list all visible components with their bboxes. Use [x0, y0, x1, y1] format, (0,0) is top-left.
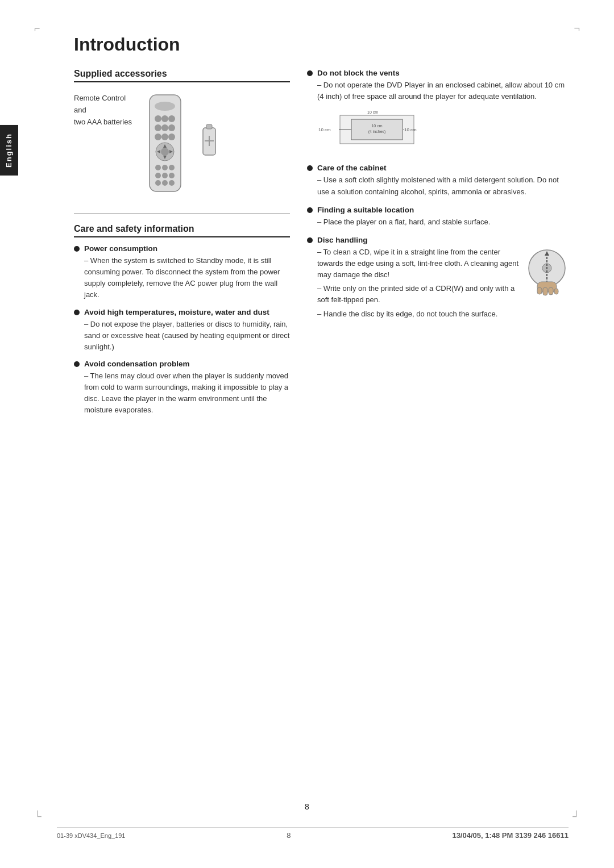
- svg-point-4: [168, 115, 175, 122]
- svg-point-3: [161, 115, 168, 122]
- battery-svg: [201, 123, 217, 157]
- svg-point-6: [161, 124, 168, 131]
- page-title: Introduction: [74, 34, 569, 55]
- no-block-vents-body: – Do not operate the DVD Player in an en…: [317, 80, 569, 156]
- svg-text:(4 inches): (4 inches): [368, 130, 386, 134]
- svg-point-12: [161, 148, 169, 156]
- svg-point-21: [162, 173, 168, 178]
- svg-rect-45: [543, 287, 547, 295]
- svg-point-18: [162, 165, 168, 170]
- supplied-accessories-heading: Supplied accessories: [74, 69, 290, 82]
- disc-handling-title: Disc handling: [307, 236, 569, 244]
- avoid-heat-title: Avoid high temperatures, moisture, water…: [74, 308, 290, 316]
- main-content: Supplied accessories Remote Controlandtw…: [74, 69, 569, 423]
- avoid-heat-body: – Do not expose the player, batteries or…: [84, 319, 290, 353]
- svg-point-2: [155, 115, 161, 122]
- left-column: Supplied accessories Remote Controlandtw…: [74, 69, 290, 423]
- svg-point-5: [155, 124, 161, 131]
- avoid-condensation-body: – The lens may cloud over when the playe…: [84, 370, 290, 416]
- svg-point-1: [155, 102, 175, 111]
- bullet-dot: [307, 70, 313, 76]
- disc-handling-section: Disc handling: [307, 236, 569, 320]
- corner-mark-br: ┘: [572, 811, 580, 823]
- supplied-accessories-section: Supplied accessories Remote Controlandtw…: [74, 69, 290, 203]
- bullet-dot: [74, 310, 80, 315]
- power-consumption-section: Power consumption – When the system is s…: [74, 244, 290, 301]
- remote-label: Remote Controlandtwo AAA batteries: [74, 93, 132, 128]
- avoid-heat-section: Avoid high temperatures, moisture, water…: [74, 308, 290, 353]
- remote-control-area: Remote Controlandtwo AAA batteries: [74, 89, 290, 203]
- bullet-dot: [74, 246, 80, 252]
- no-block-vents-title: Do not block the vents: [307, 69, 569, 77]
- bullet-dot: [307, 237, 313, 243]
- footer-center: 8: [287, 831, 291, 840]
- care-safety-section: Care and safety information Power consum…: [74, 224, 290, 416]
- svg-point-25: [169, 180, 175, 186]
- separator-1: [74, 213, 290, 214]
- disc-wipe-svg: [526, 247, 569, 298]
- svg-rect-44: [537, 287, 542, 294]
- page-footer: 01-39 xDV434_Eng_191 8 13/04/05, 1:48 PM…: [57, 827, 569, 840]
- suitable-location-section: Finding a suitable location – Place the …: [307, 206, 569, 228]
- bullet-dot: [307, 165, 313, 171]
- right-column: Do not block the vents – Do not operate …: [307, 69, 569, 423]
- page-container: ⌐ ¬ └ ┘ English Introduction Supplied ac…: [0, 0, 614, 868]
- product-code: 3139 246 16611: [515, 831, 569, 840]
- language-tab: English: [0, 125, 18, 176]
- svg-point-23: [155, 180, 161, 186]
- svg-rect-46: [549, 287, 553, 295]
- corner-mark-tl: ⌐: [34, 23, 40, 35]
- disc-handling-body: – To clean a CD, wipe it in a straight l…: [317, 247, 569, 320]
- svg-point-22: [169, 173, 175, 178]
- svg-point-19: [169, 165, 175, 170]
- no-block-vents-section: Do not block the vents – Do not operate …: [307, 69, 569, 156]
- svg-rect-27: [206, 124, 212, 129]
- power-consumption-title: Power consumption: [74, 244, 290, 253]
- avoid-condensation-title: Avoid condensation problem: [74, 360, 290, 368]
- avoid-condensation-section: Avoid condensation problem – The lens ma…: [74, 360, 290, 416]
- suitable-location-body: – Place the player on a flat, hard, and …: [317, 216, 569, 228]
- svg-point-20: [155, 173, 161, 178]
- svg-text:10 cm: 10 cm: [367, 110, 378, 114]
- svg-text:10 cm: 10 cm: [371, 124, 382, 128]
- bullet-dot: [74, 361, 80, 367]
- care-cabinet-body: – Use a soft cloth slightly moistened wi…: [317, 174, 569, 197]
- svg-point-10: [168, 133, 175, 140]
- page-number-center: 8: [305, 802, 309, 811]
- footer-right: 13/04/05, 1:48 PM 3139 246 16611: [452, 831, 569, 840]
- corner-mark-tr: ¬: [574, 23, 580, 35]
- svg-point-7: [168, 124, 175, 131]
- suitable-location-title: Finding a suitable location: [307, 206, 569, 214]
- corner-mark-bl: └: [34, 811, 42, 823]
- care-safety-heading: Care and safety information: [74, 224, 290, 237]
- ventilation-diagram: 10 cm (4 inches) 10 cm 10 cm 10 cm: [317, 107, 437, 152]
- svg-point-9: [161, 133, 168, 140]
- svg-text:10 cm: 10 cm: [404, 127, 417, 132]
- svg-text:10 cm: 10 cm: [318, 127, 331, 132]
- power-consumption-body: – When the system is switched to Standby…: [84, 255, 290, 301]
- svg-rect-47: [554, 289, 558, 294]
- remote-control-svg: [141, 89, 192, 203]
- svg-point-8: [155, 133, 161, 140]
- footer-left: 01-39 xDV434_Eng_191: [57, 832, 125, 839]
- bullet-dot: [307, 207, 313, 213]
- care-cabinet-section: Care of the cabinet – Use a soft cloth s…: [307, 164, 569, 197]
- care-cabinet-title: Care of the cabinet: [307, 164, 569, 172]
- svg-point-17: [155, 165, 161, 170]
- svg-point-24: [162, 180, 168, 186]
